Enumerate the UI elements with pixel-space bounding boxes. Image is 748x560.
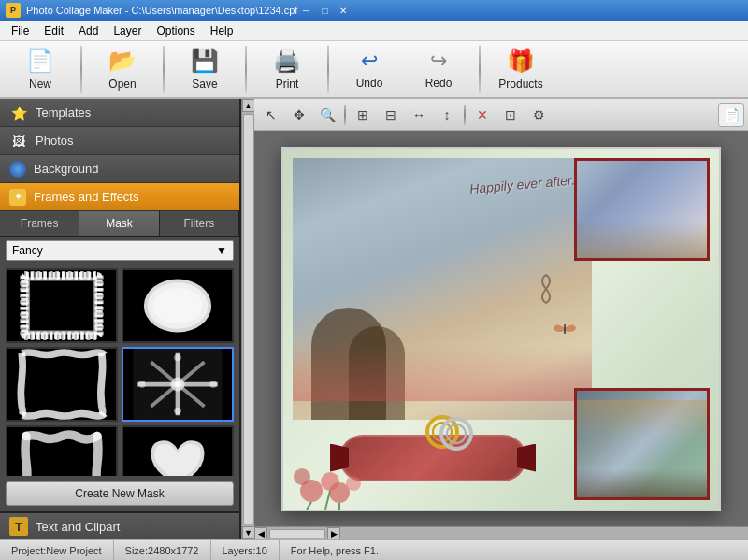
statusbar: Project:New Project Size:2480x1772 Layer…	[0, 539, 748, 560]
photo-ground	[577, 221, 707, 258]
sub-tabs: Frames Mask Filters	[0, 211, 239, 237]
frame-item-6[interactable]	[122, 425, 234, 476]
settings-tool[interactable]: ⚙	[525, 103, 552, 127]
undo-icon: ↩	[361, 49, 378, 73]
menu-file[interactable]: File	[4, 22, 36, 39]
toolbar-separator-4	[327, 46, 329, 93]
tab-mask[interactable]: Mask	[79, 211, 159, 236]
svg-point-26	[294, 468, 310, 485]
svg-line-29	[307, 502, 311, 510]
text-clipart-panel[interactable]: T Text and Clipart	[0, 511, 239, 539]
undo-button[interactable]: ↩ Undo	[337, 44, 402, 94]
main-content: ⭐ Templates 🖼 Photos Background ✦ Frames…	[0, 99, 748, 539]
left-panel: ⭐ Templates 🖼 Photos Background ✦ Frames…	[0, 99, 241, 539]
hand-tool[interactable]: ✥	[286, 103, 312, 127]
save-button[interactable]: 💾 Save	[172, 44, 237, 94]
text-clipart-icon: T	[9, 517, 28, 536]
canvas-toolbar-sep-2	[464, 105, 466, 125]
frame-item-3[interactable]	[6, 347, 118, 422]
scroll-up-button[interactable]: ▲	[242, 99, 255, 112]
tab-filters[interactable]: Filters	[160, 211, 239, 236]
titlebar-title: Photo Collage Maker - C:\Users\manager\D…	[26, 5, 297, 16]
canvas-new-page-button[interactable]: 📄	[718, 103, 744, 127]
vertical-scrollbar[interactable]: ▲ ▼	[241, 99, 254, 539]
tab-frames[interactable]: Frames	[0, 211, 79, 236]
panel-item-templates[interactable]: ⭐ Templates	[0, 99, 239, 127]
minimize-button[interactable]: ─	[297, 3, 314, 18]
menu-help[interactable]: Help	[203, 22, 241, 39]
sunset-sky	[577, 400, 707, 438]
align-center-tool[interactable]: ⊟	[378, 103, 404, 127]
svg-point-10	[152, 288, 202, 323]
toolbar-separator-2	[163, 46, 165, 93]
scroll-right-button[interactable]: ▶	[327, 527, 340, 540]
frame-item-5[interactable]	[6, 425, 118, 476]
beach-ground	[577, 469, 707, 497]
svg-point-19	[174, 408, 181, 415]
menu-layer[interactable]: Layer	[106, 22, 149, 39]
redo-button[interactable]: ↪ Redo	[406, 44, 471, 94]
svg-point-20	[138, 381, 146, 388]
h-scroll-thumb[interactable]	[269, 529, 325, 538]
panel-item-background[interactable]: Background	[0, 155, 239, 183]
frame-item-1[interactable]	[6, 268, 118, 343]
zoom-tool[interactable]: 🔍	[314, 103, 340, 127]
frames-icon: ✦	[9, 189, 26, 206]
flower-decor-bottom	[283, 416, 396, 510]
scroll-left-button[interactable]: ◀	[254, 527, 267, 540]
panel-item-frames[interactable]: ✦ Frames and Effects	[0, 183, 239, 211]
svg-rect-11	[18, 349, 107, 420]
window-controls[interactable]: ─ □ ✕	[297, 3, 352, 18]
background-icon	[9, 161, 26, 178]
swirl-decor	[527, 270, 565, 310]
frame-grid	[0, 265, 239, 476]
status-help: For Help, press F1.	[280, 540, 748, 560]
status-project: Project:New Project	[0, 540, 114, 560]
main-toolbar: 📄 New 📂 Open 💾 Save 🖨️ Print ↩ Undo ↪ Re…	[0, 41, 748, 99]
flower-decoration	[293, 345, 592, 401]
transform-tool[interactable]: ⊡	[497, 103, 524, 127]
flip-h-tool[interactable]: ↔	[406, 103, 432, 127]
menubar: File Edit Add Layer Options Help	[0, 21, 748, 41]
canvas-content[interactable]: Happily ever after...	[254, 131, 748, 526]
products-icon: 🎁	[507, 48, 535, 74]
dropdown-arrow-icon: ▼	[216, 244, 227, 257]
flip-v-tool[interactable]: ↕	[434, 103, 460, 127]
photo-frame-top-right[interactable]	[574, 158, 710, 261]
create-mask-button[interactable]: Create New Mask	[6, 481, 234, 506]
status-size: Size:2480x1772	[114, 540, 211, 560]
frame-item-2[interactable]	[122, 268, 234, 343]
canvas-area: ↖ ✥ 🔍 ⊞ ⊟ ↔ ↕ ✕ ⊡ ⚙ 📄	[254, 99, 748, 539]
svg-point-18	[174, 354, 181, 362]
toolbar-separator-5	[479, 46, 481, 93]
collage-canvas[interactable]: Happily ever after...	[281, 147, 721, 511]
scroll-thumb[interactable]	[243, 114, 254, 524]
close-button[interactable]: ✕	[335, 3, 352, 18]
panel-item-photos[interactable]: 🖼 Photos	[0, 127, 239, 155]
frame-style-dropdown[interactable]: Fancy ▼	[6, 240, 234, 261]
open-button[interactable]: 📂 Open	[90, 44, 155, 94]
canvas-toolbar-sep-1	[344, 105, 346, 125]
canvas-toolbar: ↖ ✥ 🔍 ⊞ ⊟ ↔ ↕ ✕ ⊡ ⚙ 📄	[254, 99, 748, 131]
menu-options[interactable]: Options	[149, 22, 202, 39]
new-button[interactable]: 📄 New	[7, 44, 73, 94]
horizontal-scrollbar[interactable]: ◀ ▶	[254, 526, 748, 539]
toolbar-separator-1	[80, 46, 82, 93]
photo-frame-bottom-right[interactable]	[574, 388, 710, 500]
status-layers: Layers:10	[211, 540, 280, 560]
maximize-button[interactable]: □	[316, 3, 333, 18]
redo-icon: ↪	[430, 49, 447, 73]
svg-point-21	[209, 381, 217, 388]
align-left-tool[interactable]: ⊞	[350, 103, 376, 127]
open-icon: 📂	[108, 48, 137, 74]
menu-edit[interactable]: Edit	[36, 22, 71, 39]
app-icon: P	[6, 3, 21, 18]
templates-icon: ⭐	[9, 104, 28, 122]
scroll-down-button[interactable]: ▼	[242, 526, 255, 539]
print-button[interactable]: 🖨️ Print	[254, 44, 320, 94]
select-tool[interactable]: ↖	[258, 103, 284, 127]
menu-add[interactable]: Add	[71, 22, 106, 39]
frame-item-4[interactable]	[122, 347, 234, 422]
delete-tool[interactable]: ✕	[469, 103, 496, 127]
products-button[interactable]: 🎁 Products	[488, 44, 554, 94]
